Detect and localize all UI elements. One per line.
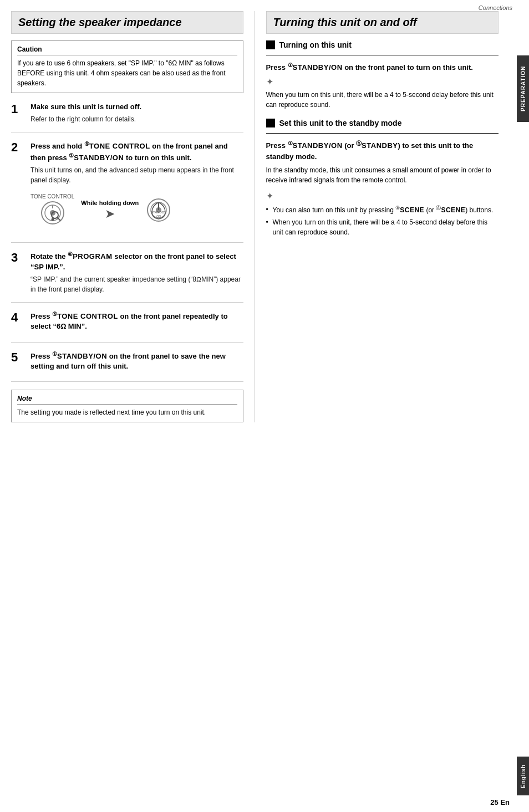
step-2-content: Press and hold ⑤TONE CONTROL on the fron… xyxy=(30,140,243,234)
note-text: The setting you made is reflected next t… xyxy=(17,407,237,417)
step-3-content: Rotate the ⑥PROGRAM selector on the fron… xyxy=(30,251,243,294)
step-3-title: Rotate the ⑥PROGRAM selector on the fron… xyxy=(30,251,243,272)
step-2-number: 2 xyxy=(11,140,25,234)
step-2-title: Press and hold ⑤TONE CONTROL on the fron… xyxy=(30,140,243,163)
bullet-list: You can also turn on this unit by pressi… xyxy=(266,205,499,237)
standby-on-knob-icon: STANDBY ON xyxy=(145,197,172,223)
black-square-icon-2 xyxy=(266,119,275,127)
right-divider-1 xyxy=(266,55,499,55)
step-1-title: Make sure this unit is turned off. xyxy=(30,102,243,112)
right-subsection-1-heading: Turning on this unit xyxy=(279,40,352,49)
step-5-content: Press ①STANDBY/ON on the front panel to … xyxy=(30,350,243,374)
connections-label: Connections xyxy=(479,4,512,11)
right-subsection-2-heading: Set this unit to the standby mode xyxy=(279,119,402,127)
caution-box: Caution If you are to use 6 ohm speakers… xyxy=(11,40,243,93)
step-3: 3 Rotate the ⑥PROGRAM selector on the fr… xyxy=(11,251,243,303)
right-step-2-body: In the standby mode, this unit consumes … xyxy=(266,165,499,185)
sparkle-icon-1: ✦ xyxy=(266,76,499,87)
caution-heading: Caution xyxy=(17,45,237,55)
bullet-item-1: You can also turn on this unit by pressi… xyxy=(266,205,499,215)
step-1-number: 1 xyxy=(11,102,25,124)
step-2-illustration: TONE CONTROL xyxy=(30,191,243,229)
note-box: Note The setting you made is reflected n… xyxy=(11,390,243,422)
sparkle-note-1: ✦ When you turn on this unit, there will… xyxy=(266,76,499,110)
step-2: 2 Press and hold ⑤TONE CONTROL on the fr… xyxy=(11,140,243,243)
sparkle-icon-2: ✦ xyxy=(266,191,499,201)
caution-text: If you are to use 6 ohm speakers, set "S… xyxy=(17,58,237,88)
arrow-icon: ➤ xyxy=(105,207,115,221)
step-3-body: “SP IMP.” and the current speaker impeda… xyxy=(30,274,243,294)
step-1-body: Refer to the right column for details. xyxy=(30,114,243,124)
right-divider-2 xyxy=(266,133,499,134)
right-step-2-title: Press ①STANDBY/ON (or ⓗSTANDBY) to set t… xyxy=(266,139,499,162)
note-heading: Note xyxy=(17,395,237,405)
side-tab-preparation: PREPARATION xyxy=(517,55,529,122)
right-subsection-2-header: Set this unit to the standby mode xyxy=(266,119,499,127)
page-number: 25 En xyxy=(490,798,510,806)
page-container: Connections Setting the speaker impedanc… xyxy=(0,0,529,812)
right-column: Turning this unit on and off Turning on … xyxy=(255,11,499,422)
step-4: 4 Press ⑤TONE CONTROL on the front panel… xyxy=(11,310,243,343)
step-5-title: Press ①STANDBY/ON on the front panel to … xyxy=(30,350,243,372)
step-1: 1 Make sure this unit is turned off. Ref… xyxy=(11,102,243,132)
svg-text:STANDBY: STANDBY xyxy=(151,211,166,214)
bullet-item-2: When you turn on this unit, there will b… xyxy=(266,217,499,237)
side-tab-english: English xyxy=(517,757,529,795)
tone-control-knob-icon xyxy=(39,200,66,226)
svg-text:ON: ON xyxy=(156,215,161,218)
right-step-1-body: When you turn on this unit, there will b… xyxy=(266,90,499,110)
step-4-title: Press ⑤TONE CONTROL on the front panel r… xyxy=(30,310,243,332)
main-content: Setting the speaker impedance Caution If… xyxy=(0,11,515,422)
step-4-content: Press ⑤TONE CONTROL on the front panel r… xyxy=(30,310,243,334)
right-section-title: Turning this unit on and off xyxy=(266,11,499,34)
right-step-1-title: Press ①STANDBY/ON on the front panel to … xyxy=(266,61,499,73)
left-section-title: Setting the speaker impedance xyxy=(11,11,243,34)
step-2-body: This unit turns on, and the advanced set… xyxy=(30,165,243,185)
black-square-icon-1 xyxy=(266,40,275,49)
sparkle-note-2: ✦ xyxy=(266,191,499,201)
step-5: 5 Press ①STANDBY/ON on the front panel t… xyxy=(11,350,243,382)
right-subsection-1-header: Turning on this unit xyxy=(266,40,499,49)
step-1-content: Make sure this unit is turned off. Refer… xyxy=(30,102,243,124)
illus-label-tone: TONE CONTROL xyxy=(30,193,74,200)
while-holding-text: While holding down xyxy=(81,199,139,207)
step-5-number: 5 xyxy=(11,350,25,374)
left-column: Setting the speaker impedance Caution If… xyxy=(11,11,255,422)
step-3-number: 3 xyxy=(11,251,25,294)
step-4-number: 4 xyxy=(11,310,25,334)
